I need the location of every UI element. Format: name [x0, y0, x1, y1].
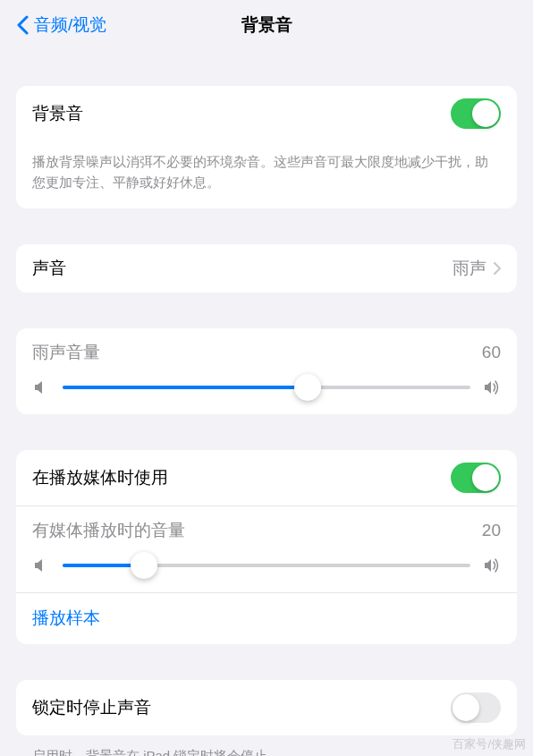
sound-value: 雨声	[453, 257, 486, 280]
toggle-knob	[472, 100, 499, 127]
sound-row[interactable]: 声音 雨声	[16, 244, 517, 293]
background-sound-toggle[interactable]	[451, 98, 501, 129]
slider-thumb[interactable]	[294, 374, 321, 401]
speaker-max-icon	[483, 378, 501, 396]
slider-fill	[63, 386, 308, 389]
stop-on-lock-label: 锁定时停止声音	[32, 696, 151, 719]
slider-thumb[interactable]	[131, 552, 157, 579]
media-group: 在播放媒体时使用 有媒体播放时的音量 20	[16, 450, 517, 644]
stop-on-lock-row: 锁定时停止声音	[16, 680, 517, 735]
back-label: 音频/视觉	[34, 13, 106, 37]
chevron-right-icon	[494, 262, 501, 275]
rain-volume-label: 雨声音量	[32, 341, 100, 364]
media-volume-row: 有媒体播放时的音量 20	[16, 506, 517, 592]
watermark: 百家号/侠趣网	[453, 736, 526, 752]
use-with-media-toggle[interactable]	[451, 463, 501, 493]
use-with-media-label: 在播放媒体时使用	[32, 466, 168, 489]
stop-on-lock-description: 启用时，背景音在 iPad 锁定时将会停止。	[16, 743, 517, 756]
lock-group: 锁定时停止声音	[16, 680, 517, 735]
speaker-min-icon	[32, 556, 50, 574]
media-volume-label: 有媒体播放时的音量	[32, 519, 185, 542]
rain-volume-slider[interactable]	[32, 378, 501, 396]
volume-group: 雨声音量 60	[16, 328, 517, 414]
toggle-knob	[453, 694, 479, 721]
sound-group: 声音 雨声	[16, 244, 517, 293]
background-sound-label: 背景音	[32, 102, 83, 125]
content: 背景音 播放背景噪声以消弭不必要的环境杂音。这些声音可最大限度地减少干扰，助您更…	[0, 50, 533, 756]
media-volume-value: 20	[482, 521, 501, 540]
sound-value-wrap: 雨声	[453, 257, 501, 280]
stop-on-lock-toggle[interactable]	[451, 692, 501, 723]
speaker-min-icon	[32, 378, 50, 396]
sound-label: 声音	[32, 257, 66, 280]
background-sound-description: 播放背景噪声以消弭不必要的环境杂音。这些声音可最大限度地减少干扰，助您更加专注、…	[16, 141, 517, 208]
page-title: 背景音	[241, 13, 292, 37]
slider-track	[63, 386, 470, 389]
toggle-knob	[472, 464, 499, 491]
slider-track	[63, 564, 470, 567]
use-with-media-row: 在播放媒体时使用	[16, 450, 517, 505]
chevron-left-icon	[16, 15, 29, 35]
rain-volume-value: 60	[482, 343, 501, 362]
play-sample-button[interactable]: 播放样本	[16, 592, 517, 644]
speaker-max-icon	[483, 556, 501, 574]
media-volume-slider[interactable]	[32, 556, 501, 574]
background-sound-row: 背景音	[16, 86, 517, 141]
rain-volume-row: 雨声音量 60	[16, 328, 517, 414]
back-button[interactable]: 音频/视觉	[16, 13, 106, 37]
background-sound-group: 背景音 播放背景噪声以消弭不必要的环境杂音。这些声音可最大限度地减少干扰，助您更…	[16, 86, 517, 208]
header: 音频/视觉 背景音	[0, 0, 533, 50]
